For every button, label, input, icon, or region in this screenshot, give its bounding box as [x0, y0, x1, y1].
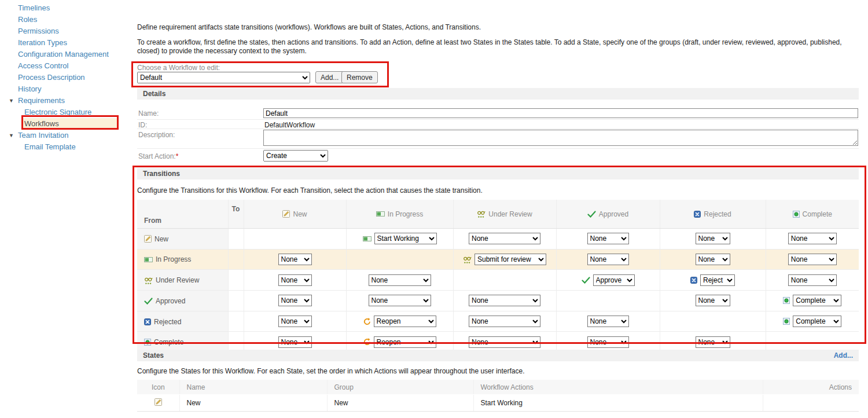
- transition-select-under-review-to-approved[interactable]: Approve: [593, 274, 635, 286]
- sidebar-item-configuration-management[interactable]: Configuration Management: [0, 49, 134, 60]
- workflow-id-value: DefaultWorkflow: [264, 121, 315, 129]
- add-state-link[interactable]: Add...: [834, 350, 853, 361]
- transition-select-new-to-in-progress[interactable]: Start Working: [374, 233, 437, 244]
- transition-select-rejected-to-in-progress[interactable]: Reopen: [374, 316, 436, 327]
- transition-select-under-review-to-new[interactable]: None: [278, 274, 312, 286]
- sidebar-item-access-control[interactable]: Access Control: [0, 60, 134, 72]
- transition-cell: Complete: [766, 311, 859, 332]
- sidebar-item-process-description[interactable]: Process Description: [0, 72, 134, 83]
- sidebar-item-history[interactable]: History: [0, 83, 134, 95]
- transition-select-in-progress-to-under-review[interactable]: Submit for review: [475, 254, 546, 265]
- complete-icon: [144, 339, 151, 346]
- transition-select-rejected-to-complete[interactable]: Complete: [793, 316, 841, 327]
- divider: [137, 119, 859, 120]
- transition-select-new-to-rejected[interactable]: None: [696, 233, 730, 244]
- transition-select-complete-to-new[interactable]: None: [278, 336, 312, 348]
- self-transition-cell: [453, 270, 556, 291]
- transition-select-rejected-to-new[interactable]: None: [278, 316, 312, 327]
- self-transition-cell: [766, 332, 859, 352]
- expand-arrow-icon[interactable]: ▼: [9, 130, 14, 141]
- to-spacer-cell: [228, 249, 244, 270]
- transition-cell: None: [660, 249, 766, 270]
- expand-arrow-icon[interactable]: ▼: [9, 95, 14, 107]
- transition-select-complete-to-under-review[interactable]: None: [469, 336, 540, 348]
- transition-select-new-to-complete[interactable]: None: [788, 233, 837, 244]
- transition-select-complete-to-in-progress[interactable]: Reopen: [374, 336, 436, 348]
- transition-select-complete-to-rejected[interactable]: None: [696, 336, 730, 348]
- workflow-select[interactable]: Default: [137, 72, 310, 83]
- name-field[interactable]: [263, 108, 858, 118]
- transition-select-approved-to-complete[interactable]: Complete: [793, 295, 841, 306]
- state-actions-cell: [763, 395, 859, 412]
- new-icon: [155, 398, 162, 406]
- under-review-icon: [463, 256, 472, 263]
- start-action-label: Start Action:*: [138, 152, 178, 160]
- rejected-icon: [144, 318, 151, 325]
- states-column-header-actions: Actions: [763, 380, 859, 395]
- transition-cell: None: [244, 332, 346, 352]
- reopen-icon: [363, 338, 371, 346]
- sidebar-item-electronic-signature[interactable]: Electronic Signature: [0, 107, 134, 118]
- sidebar-item-iteration-types[interactable]: Iteration Types: [0, 37, 134, 49]
- sidebar-item-roles[interactable]: Roles: [0, 14, 134, 25]
- sidebar-item-timelines[interactable]: Timelines: [0, 2, 134, 14]
- to-spacer-cell: [228, 332, 244, 352]
- new-icon: [144, 235, 152, 243]
- sidebar-item-requirements[interactable]: ▼Requirements: [0, 95, 134, 107]
- self-transition-cell: [244, 229, 346, 250]
- transition-cell: None: [556, 229, 660, 250]
- state-label: Under Review: [488, 210, 532, 218]
- transition-cell: None: [453, 291, 556, 311]
- remove-workflow-button[interactable]: Remove: [341, 71, 378, 83]
- transition-select-in-progress-to-approved[interactable]: None: [587, 254, 629, 265]
- transition-select-under-review-to-in-progress[interactable]: None: [369, 274, 431, 286]
- instructions-text: To create a workflow, first define the s…: [137, 38, 862, 56]
- state-name-cell: New: [179, 395, 327, 412]
- state-label: In Progress: [156, 255, 191, 263]
- sidebar-item-team-invitation[interactable]: ▼Team Invitation: [0, 130, 134, 141]
- sidebar-item-label: Team Invitation: [18, 131, 68, 140]
- state-label: Approved: [599, 210, 628, 218]
- transition-select-in-progress-to-complete[interactable]: None: [788, 254, 837, 265]
- states-title: States: [143, 351, 164, 360]
- state-label: Approved: [156, 297, 185, 305]
- sidebar-item-permissions[interactable]: Permissions: [0, 25, 134, 37]
- add-workflow-button[interactable]: Add...: [315, 71, 344, 83]
- transition-cell: None: [346, 291, 453, 311]
- transition-cell: None: [244, 270, 346, 291]
- transition-cell: Submit for review: [453, 249, 556, 270]
- state-label: Complete: [154, 338, 183, 346]
- divider: [137, 148, 859, 149]
- from-state-approved: Approved: [137, 291, 228, 311]
- transition-select-new-to-under-review[interactable]: None: [469, 233, 540, 244]
- start-action-select[interactable]: Create: [263, 150, 328, 162]
- complete-icon: [783, 318, 790, 325]
- transition-select-in-progress-to-rejected[interactable]: None: [696, 254, 730, 265]
- sidebar-item-workflows[interactable]: Workflows: [23, 118, 117, 130]
- transition-select-complete-to-approved[interactable]: None: [587, 336, 629, 348]
- sidebar-list: TimelinesRolesPermissionsIteration Types…: [0, 2, 134, 153]
- transition-select-approved-to-new[interactable]: None: [278, 295, 312, 306]
- transition-row-under-review: Under ReviewNoneNoneApproveRejectNone: [137, 270, 859, 291]
- sidebar-item-email-template[interactable]: Email Template: [0, 141, 134, 153]
- transition-row-complete: CompleteNoneReopenNoneNoneNone: [137, 332, 859, 352]
- transition-select-rejected-to-under-review[interactable]: None: [469, 316, 540, 327]
- transition-cell: None: [556, 311, 660, 332]
- to-spacer-cell: [228, 311, 244, 332]
- approved-icon: [144, 298, 153, 305]
- transitions-table: FromToNewIn ProgressUnder ReviewApproved…: [137, 200, 859, 352]
- transition-select-under-review-to-rejected[interactable]: Reject: [700, 274, 735, 286]
- from-header: From: [137, 200, 228, 229]
- transition-select-approved-to-rejected[interactable]: None: [696, 295, 730, 306]
- transition-select-approved-to-in-progress[interactable]: None: [369, 295, 431, 306]
- transition-select-in-progress-to-new[interactable]: None: [278, 254, 312, 265]
- transition-select-rejected-to-approved[interactable]: None: [587, 316, 629, 327]
- transition-select-new-to-approved[interactable]: None: [587, 233, 629, 244]
- transition-select-under-review-to-complete[interactable]: None: [788, 274, 837, 286]
- sidebar-item-label: Access Control: [18, 61, 68, 70]
- transition-select-approved-to-under-review[interactable]: None: [469, 295, 540, 306]
- transition-cell: None: [556, 332, 660, 352]
- self-transition-cell: [556, 291, 660, 311]
- rejected-icon: [690, 277, 697, 284]
- description-field[interactable]: [263, 130, 858, 146]
